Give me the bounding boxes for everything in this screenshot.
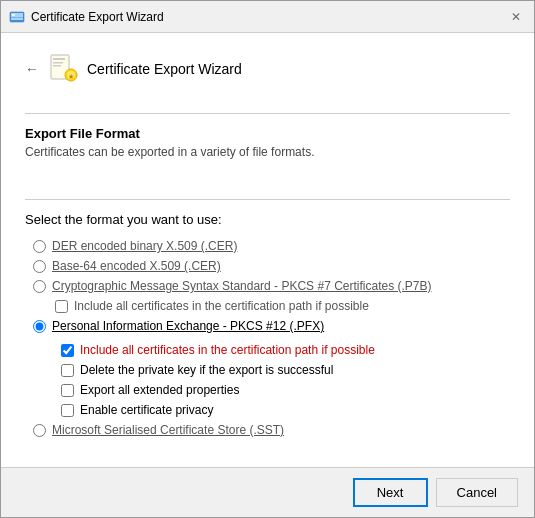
- back-button[interactable]: ←: [25, 61, 39, 77]
- section-description: Certificates can be exported in a variet…: [25, 145, 510, 159]
- section-title: Export File Format: [25, 126, 510, 141]
- svg-rect-3: [12, 14, 15, 16]
- header-divider: [25, 113, 510, 114]
- pfx-ext-props-label[interactable]: Export all extended properties: [80, 383, 239, 397]
- format-options-list: DER encoded binary X.509 (.CER) Base-64 …: [33, 239, 510, 437]
- svg-text:★: ★: [68, 73, 74, 81]
- certificate-icon: ★: [47, 53, 79, 85]
- pfx-delete-key-option: Delete the private key if the export is …: [61, 363, 510, 377]
- radio-b64[interactable]: [33, 260, 46, 273]
- close-button[interactable]: ✕: [506, 7, 526, 27]
- format-prompt: Select the format you want to use:: [25, 212, 510, 227]
- svg-rect-6: [53, 62, 63, 64]
- title-bar-left: Certificate Export Wizard: [9, 9, 164, 25]
- pfx-sub-options: Include all certificates in the certific…: [61, 343, 510, 417]
- radio-cms[interactable]: [33, 280, 46, 293]
- pfx-delete-key-label[interactable]: Delete the private key if the export is …: [80, 363, 333, 377]
- radio-der-label[interactable]: DER encoded binary X.509 (.CER): [52, 239, 237, 253]
- pfx-include-certs-label[interactable]: Include all certificates in the certific…: [80, 343, 375, 357]
- section-divider: [25, 199, 510, 200]
- svg-rect-7: [53, 65, 61, 67]
- cms-include-checkbox[interactable]: [55, 300, 68, 313]
- wizard-header-nav: ← ★ Certificate Export Wizard: [25, 53, 510, 85]
- wizard-title: Certificate Export Wizard: [87, 61, 242, 77]
- radio-option-cms[interactable]: Cryptographic Message Syntax Standard - …: [33, 279, 510, 293]
- pfx-delete-key-checkbox[interactable]: [61, 364, 74, 377]
- radio-der[interactable]: [33, 240, 46, 253]
- svg-rect-5: [53, 58, 65, 60]
- next-button[interactable]: Next: [353, 478, 428, 507]
- cms-sub-option: Include all certificates in the certific…: [55, 299, 510, 313]
- export-format-section: Export File Format Certificates can be e…: [25, 126, 510, 175]
- pfx-cert-privacy-label[interactable]: Enable certificate privacy: [80, 403, 213, 417]
- radio-b64-label[interactable]: Base-64 encoded X.509 (.CER): [52, 259, 221, 273]
- pfx-ext-props-checkbox[interactable]: [61, 384, 74, 397]
- pfx-include-certs-checkbox[interactable]: [61, 344, 74, 357]
- radio-option-b64[interactable]: Base-64 encoded X.509 (.CER): [33, 259, 510, 273]
- pfx-ext-props-option: Export all extended properties: [61, 383, 510, 397]
- radio-option-sst[interactable]: Microsoft Serialised Certificate Store (…: [33, 423, 510, 437]
- pfx-cert-privacy-option: Enable certificate privacy: [61, 403, 510, 417]
- radio-option-pfx[interactable]: Personal Information Exchange - PKCS #12…: [33, 319, 510, 333]
- radio-pfx-label[interactable]: Personal Information Exchange - PKCS #12…: [52, 319, 324, 333]
- radio-option-der[interactable]: DER encoded binary X.509 (.CER): [33, 239, 510, 253]
- window-title: Certificate Export Wizard: [31, 10, 164, 24]
- wizard-footer: Next Cancel: [1, 467, 534, 517]
- pfx-include-certs-option: Include all certificates in the certific…: [61, 343, 510, 357]
- title-bar: Certificate Export Wizard ✕: [1, 1, 534, 33]
- cms-include-label[interactable]: Include all certificates in the certific…: [74, 299, 369, 313]
- radio-sst-label[interactable]: Microsoft Serialised Certificate Store (…: [52, 423, 284, 437]
- svg-rect-2: [10, 17, 24, 18]
- wizard-content: ← ★ Certificate Export Wizard Export Fil…: [1, 33, 534, 467]
- cancel-button[interactable]: Cancel: [436, 478, 518, 507]
- pfx-cert-privacy-checkbox[interactable]: [61, 404, 74, 417]
- radio-cms-label[interactable]: Cryptographic Message Syntax Standard - …: [52, 279, 432, 293]
- radio-pfx[interactable]: [33, 320, 46, 333]
- radio-sst[interactable]: [33, 424, 46, 437]
- wizard-window: Certificate Export Wizard ✕ ← ★ Certific…: [0, 0, 535, 518]
- window-icon: [9, 9, 25, 25]
